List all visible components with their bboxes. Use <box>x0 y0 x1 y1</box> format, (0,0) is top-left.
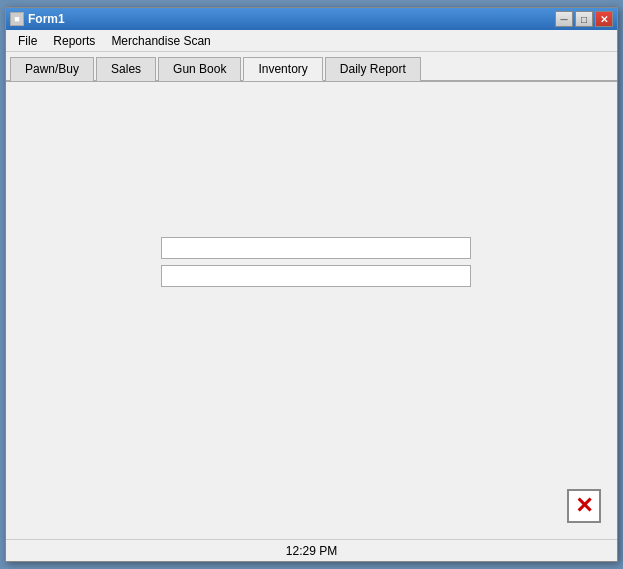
window-close-button[interactable]: ✕ <box>595 11 613 27</box>
title-bar-left: ■ Form1 <box>10 12 65 26</box>
minimize-button[interactable]: ─ <box>555 11 573 27</box>
window-icon-glyph: ■ <box>14 14 19 24</box>
window-icon: ■ <box>10 12 24 26</box>
close-form-button[interactable]: ✕ <box>567 489 601 523</box>
tab-inventory[interactable]: Inventory <box>243 57 322 81</box>
tab-pawn-buy[interactable]: Pawn/Buy <box>10 57 94 81</box>
form-inputs <box>161 237 471 287</box>
tab-sales[interactable]: Sales <box>96 57 156 81</box>
form-input-1[interactable] <box>161 237 471 259</box>
status-bar: 12:29 PM <box>6 539 617 561</box>
main-window: ■ Form1 ─ □ ✕ File Reports Merchandise S… <box>5 7 618 562</box>
content-area: ✕ <box>6 82 617 539</box>
close-x-icon: ✕ <box>575 495 593 517</box>
maximize-button[interactable]: □ <box>575 11 593 27</box>
status-time: 12:29 PM <box>286 544 337 558</box>
menu-bar: File Reports Merchandise Scan <box>6 30 617 52</box>
menu-file[interactable]: File <box>10 32 45 50</box>
tabs-bar: Pawn/Buy Sales Gun Book Inventory Daily … <box>6 52 617 82</box>
title-bar: ■ Form1 ─ □ ✕ <box>6 8 617 30</box>
title-bar-controls: ─ □ ✕ <box>555 11 613 27</box>
menu-merchandise-scan[interactable]: Merchandise Scan <box>103 32 218 50</box>
tab-daily-report[interactable]: Daily Report <box>325 57 421 81</box>
form-input-2[interactable] <box>161 265 471 287</box>
menu-reports[interactable]: Reports <box>45 32 103 50</box>
tab-gun-book[interactable]: Gun Book <box>158 57 241 81</box>
window-title: Form1 <box>28 12 65 26</box>
